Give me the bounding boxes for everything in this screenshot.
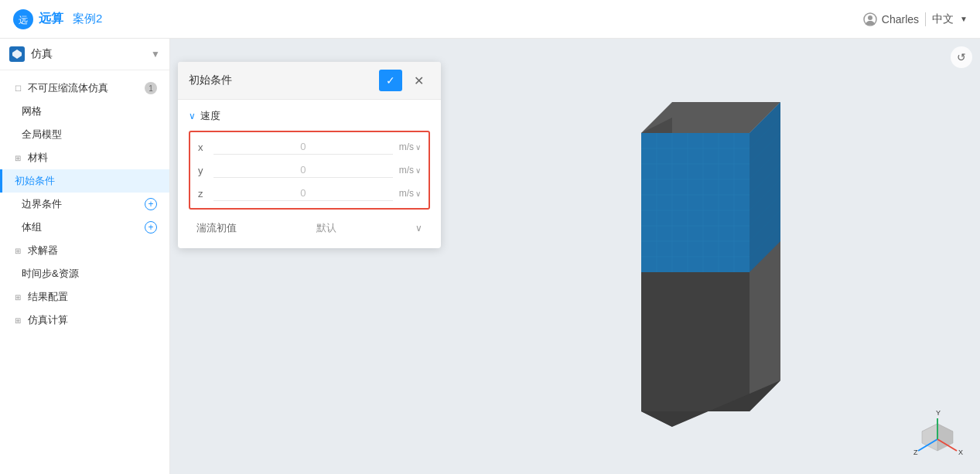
username: Charles bbox=[882, 13, 919, 26]
main-layout: 仿真 ▼ ☐ 不可压缩流体仿真 1 网格 全局模型 ⊞ 材料 bbox=[0, 39, 980, 474]
expand-icon: ⊞ bbox=[12, 245, 23, 256]
sidebar-item-label: 全局模型 bbox=[22, 128, 157, 142]
dialog-actions: ✓ ✕ bbox=[379, 70, 430, 91]
header-left: 远 远算 案例2 bbox=[12, 9, 102, 30]
dialog-body: ∨ 速度 x m/s ∨ bbox=[178, 100, 441, 248]
item-badge: 1 bbox=[145, 82, 157, 94]
section-toggle-icon[interactable]: ∨ bbox=[189, 111, 196, 121]
logo-text: 远算 bbox=[39, 11, 63, 27]
dialog-close-button[interactable]: ✕ bbox=[407, 70, 430, 91]
sidebar-item-time-resources[interactable]: 时间步&资源 bbox=[0, 262, 169, 285]
expand-icon: ⊞ bbox=[12, 292, 23, 302]
svg-text:Y: Y bbox=[936, 409, 941, 417]
axis-y-label: y bbox=[198, 165, 213, 176]
velocity-z-input-wrap bbox=[213, 186, 393, 201]
sidebar-item-label: 体组 bbox=[22, 220, 140, 234]
axis-z-label: z bbox=[198, 188, 213, 199]
sidebar-item-label: 结果配置 bbox=[28, 290, 157, 304]
expand-icon: ☐ bbox=[12, 83, 23, 94]
sidebar-item-mesh[interactable]: 网格 bbox=[0, 100, 169, 123]
svg-point-3 bbox=[868, 15, 872, 20]
add-boundary-icon[interactable]: + bbox=[145, 198, 157, 210]
turbulence-value: 默认 bbox=[243, 221, 409, 235]
velocity-x-unit: m/s ∨ bbox=[399, 142, 421, 152]
svg-marker-10 bbox=[641, 133, 750, 272]
velocity-y-unit: m/s ∨ bbox=[399, 165, 421, 176]
refresh-icon: ↺ bbox=[957, 51, 966, 63]
velocity-x-input[interactable] bbox=[213, 139, 393, 155]
velocity-z-row: z m/s ∨ bbox=[190, 182, 429, 205]
language-dropdown-icon[interactable]: ▼ bbox=[960, 15, 968, 23]
sidebar-item-label: 边界条件 bbox=[22, 197, 140, 211]
unit-dropdown-icon[interactable]: ∨ bbox=[415, 189, 421, 198]
user-info: Charles bbox=[863, 12, 919, 26]
sidebar-item-solver[interactable]: ⊞ 求解器 bbox=[0, 239, 169, 262]
sidebar-item-label: 求解器 bbox=[28, 244, 157, 257]
svg-text:X: X bbox=[958, 448, 963, 456]
velocity-z-unit: m/s ∨ bbox=[399, 188, 421, 199]
sidebar-item-label: 初始条件 bbox=[15, 174, 157, 188]
logo: 远 远算 bbox=[12, 9, 63, 30]
velocity-x-input-wrap bbox=[213, 139, 393, 155]
sidebar-item-label: 材料 bbox=[28, 151, 157, 165]
expand-icon: ⊞ bbox=[12, 315, 23, 326]
sim-icon bbox=[9, 46, 25, 62]
sidebar-title: 仿真 bbox=[31, 47, 53, 61]
sidebar-item-sim-calc[interactable]: ⊞ 仿真计算 bbox=[0, 309, 169, 332]
sidebar-collapse-icon[interactable]: ▼ bbox=[151, 49, 160, 60]
add-body-icon[interactable]: + bbox=[145, 221, 157, 234]
velocity-z-input[interactable] bbox=[213, 186, 393, 201]
section-label: 速度 bbox=[200, 109, 220, 123]
user-icon bbox=[863, 12, 877, 26]
sidebar-item-result-config[interactable]: ⊞ 结果配置 bbox=[0, 285, 169, 309]
project-name[interactable]: 案例2 bbox=[73, 12, 102, 26]
content-area: 初始条件 ✓ ✕ ∨ 速度 x bbox=[170, 39, 980, 474]
refresh-button[interactable]: ↺ bbox=[951, 46, 972, 68]
velocity-y-input-wrap bbox=[213, 162, 393, 178]
velocity-y-row: y m/s ∨ bbox=[190, 159, 429, 182]
axis-x-label: x bbox=[198, 142, 213, 153]
initial-conditions-dialog: 初始条件 ✓ ✕ ∨ 速度 x bbox=[178, 62, 441, 248]
sidebar-tree: ☐ 不可压缩流体仿真 1 网格 全局模型 ⊞ 材料 初始条件 bbox=[0, 70, 169, 338]
sidebar-header: 仿真 ▼ bbox=[0, 39, 169, 70]
expand-icon: ⊞ bbox=[12, 152, 23, 163]
sidebar-item-global-model[interactable]: 全局模型 bbox=[0, 123, 169, 146]
sidebar-item-boundary-conditions[interactable]: 边界条件 + bbox=[0, 193, 169, 216]
3d-model-shape bbox=[610, 87, 811, 442]
unit-dropdown-icon[interactable]: ∨ bbox=[415, 143, 421, 152]
dialog-confirm-button[interactable]: ✓ bbox=[379, 70, 402, 91]
header-right: Charles 中文 ▼ bbox=[863, 12, 968, 26]
sidebar-item-label: 时间步&资源 bbox=[22, 267, 157, 281]
dialog-header: 初始条件 ✓ ✕ bbox=[178, 62, 441, 100]
sidebar-item-label: 仿真计算 bbox=[28, 313, 157, 327]
turbulence-label: 湍流初值 bbox=[196, 221, 237, 235]
language-selector[interactable]: 中文 bbox=[932, 12, 954, 26]
sidebar-item-initial-conditions[interactable]: 初始条件 bbox=[0, 169, 169, 193]
svg-text:远: 远 bbox=[19, 15, 28, 26]
velocity-fields: x m/s ∨ y bbox=[189, 131, 430, 210]
sidebar-item-incompressible[interactable]: ☐ 不可压缩流体仿真 1 bbox=[0, 77, 169, 100]
svg-marker-4 bbox=[12, 49, 22, 59]
logo-icon: 远 bbox=[12, 9, 34, 30]
sidebar: 仿真 ▼ ☐ 不可压缩流体仿真 1 网格 全局模型 ⊞ 材料 bbox=[0, 39, 170, 474]
header-divider bbox=[925, 12, 926, 26]
section-header: ∨ 速度 bbox=[189, 109, 430, 123]
header: 远 远算 案例2 Charles 中文 ▼ bbox=[0, 0, 980, 39]
sidebar-item-label: 网格 bbox=[22, 104, 157, 118]
sidebar-item-body-group[interactable]: 体组 + bbox=[0, 216, 169, 239]
dialog-title: 初始条件 bbox=[189, 73, 232, 87]
turbulence-dropdown-icon[interactable]: ∨ bbox=[415, 223, 422, 234]
sidebar-item-label: 不可压缩流体仿真 bbox=[28, 81, 140, 95]
sidebar-header-left: 仿真 bbox=[9, 46, 53, 62]
velocity-y-input[interactable] bbox=[213, 162, 393, 178]
axis-widget: Z X Y bbox=[910, 404, 965, 459]
sidebar-item-material[interactable]: ⊞ 材料 bbox=[0, 146, 169, 169]
svg-text:Z: Z bbox=[913, 448, 918, 456]
turbulence-row: 湍流初值 默认 ∨ bbox=[189, 217, 430, 239]
unit-dropdown-icon[interactable]: ∨ bbox=[415, 166, 421, 175]
velocity-x-row: x m/s ∨ bbox=[190, 135, 429, 159]
3d-viewport bbox=[441, 39, 980, 474]
